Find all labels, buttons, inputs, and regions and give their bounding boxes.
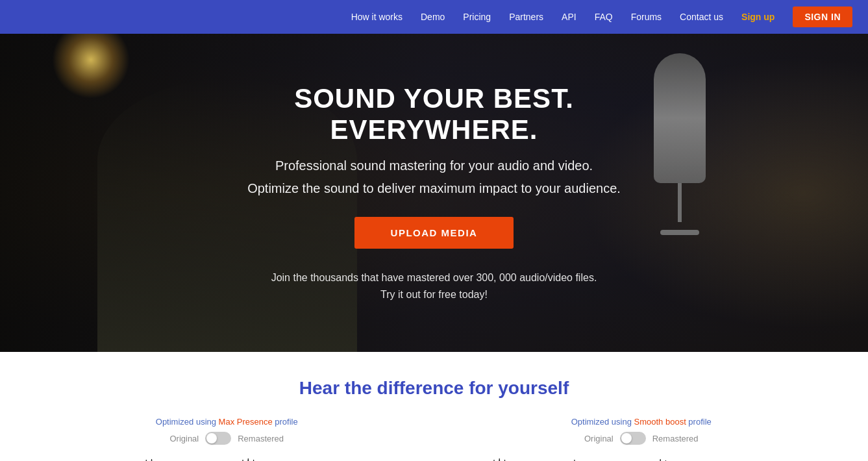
hero-cta-line1: Join the thousands that have mastered ov… xyxy=(271,272,597,283)
nav-forums[interactable]: Forums xyxy=(631,12,662,22)
microphone-icon xyxy=(654,53,706,183)
demo-left-waveform xyxy=(39,453,415,461)
hero-cta: Join the thousands that have mastered ov… xyxy=(220,269,649,303)
demo-left: Optimized using Max Presence profile Ori… xyxy=(39,417,415,461)
audio-demos-container: Optimized using Max Presence profile Ori… xyxy=(0,417,868,461)
hero-section: SOUND YOUR BEST. EVERYWHERE. Professiona… xyxy=(0,34,868,352)
upload-media-button[interactable]: UPLOAD MEDIA xyxy=(354,217,514,249)
demo-left-profile-name: Max Presence xyxy=(219,417,273,427)
demo-left-toggle[interactable] xyxy=(205,432,231,445)
nav-signup[interactable]: Sign up xyxy=(741,12,775,22)
hero-subtitle2: Optimize the sound to deliver maximum im… xyxy=(220,181,649,196)
hero-subtitle: Professional sound mastering for your au… xyxy=(220,158,649,173)
signin-button[interactable]: SIGN IN xyxy=(793,6,852,27)
nav-api[interactable]: API xyxy=(562,12,577,22)
demo-right-controls: Original Remastered xyxy=(454,432,830,445)
nav-how-it-works[interactable]: How it works xyxy=(351,12,403,22)
demo-left-remastered-label: Remastered xyxy=(238,434,284,443)
nav-faq[interactable]: FAQ xyxy=(595,12,613,22)
demo-right: Optimized using Smooth boost profile Ori… xyxy=(454,417,830,461)
waveform-svg-right xyxy=(454,456,830,461)
nav-contact[interactable]: Contact us xyxy=(680,12,723,22)
demo-left-profile: Optimized using Max Presence profile xyxy=(39,417,415,427)
hero-cta-line2: Try it out for free today! xyxy=(380,289,488,300)
demo-right-remastered-label: Remastered xyxy=(652,434,699,443)
demo-right-waveform xyxy=(454,453,830,461)
demo-right-profile: Optimized using Smooth boost profile xyxy=(454,417,830,427)
hero-content: SOUND YOUR BEST. EVERYWHERE. Professiona… xyxy=(207,83,662,303)
demo-section: Hear the difference for yourself Optimiz… xyxy=(0,352,868,461)
waveform-svg-left xyxy=(39,456,415,461)
nav-pricing[interactable]: Pricing xyxy=(463,12,491,22)
demo-left-original-label: Original xyxy=(169,434,199,443)
demo-right-profile-name: Smooth boost xyxy=(634,417,686,427)
nav-partners[interactable]: Partners xyxy=(509,12,543,22)
hear-title: Hear the difference for yourself xyxy=(0,378,868,399)
hero-title: SOUND YOUR BEST. EVERYWHERE. xyxy=(220,83,649,145)
demo-right-toggle[interactable] xyxy=(620,432,646,445)
demo-right-original-label: Original xyxy=(584,434,614,443)
nav-demo[interactable]: Demo xyxy=(421,12,445,22)
demo-left-controls: Original Remastered xyxy=(39,432,415,445)
navigation: How it works Demo Pricing Partners API F… xyxy=(0,0,868,34)
